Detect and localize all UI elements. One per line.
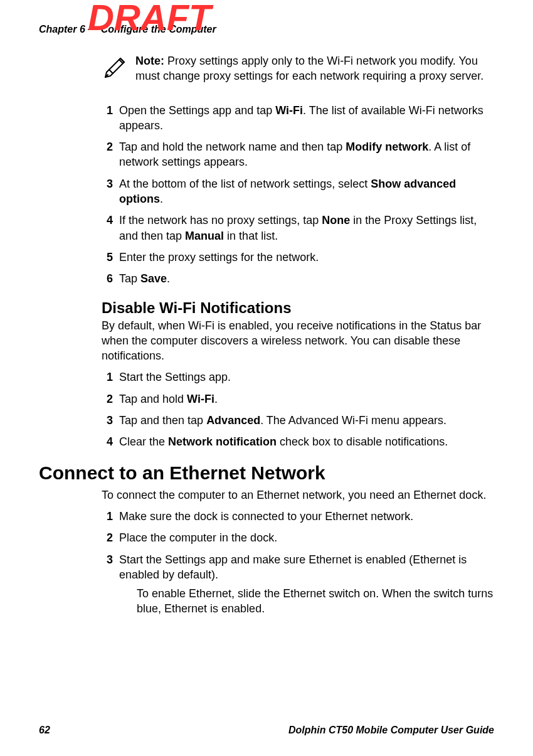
step-number: 3	[102, 413, 113, 428]
step-number: 1	[102, 103, 113, 134]
step-number: 2	[102, 139, 113, 170]
list-item: 2 Place the computer in the dock.	[102, 530, 494, 545]
note-body: Proxy settings apply only to the Wi-Fi n…	[135, 55, 483, 82]
wifi-notify-steps-list: 1 Start the Settings app. 2 Tap and hold…	[102, 370, 494, 449]
step-number: 4	[102, 434, 113, 449]
note-text: Note: Proxy settings apply only to the W…	[135, 53, 494, 84]
list-item: 6 Tap Save.	[102, 271, 494, 286]
step-number: 4	[102, 213, 113, 243]
note-block: Note: Proxy settings apply only to the W…	[102, 53, 494, 84]
list-item: 3 At the bottom of the list of network s…	[102, 176, 494, 207]
list-item: 2 Tap and hold Wi-Fi.	[102, 391, 494, 407]
list-item: 3 Start the Settings app and make sure E…	[102, 552, 494, 617]
note-label: Note:	[135, 55, 164, 67]
list-item: 1 Open the Settings app and tap Wi-Fi. T…	[102, 103, 494, 134]
step-number: 1	[102, 370, 113, 385]
list-item: 1 Start the Settings app.	[102, 370, 494, 385]
step-number: 3	[102, 176, 113, 207]
section-intro: By default, when Wi-Fi is enabled, you r…	[102, 318, 494, 364]
proxy-steps-list: 1 Open the Settings app and tap Wi-Fi. T…	[102, 103, 494, 287]
section-heading-disable-wifi: Disable Wi-Fi Notifications	[102, 299, 494, 317]
page: DRAFT Chapter 6 — Configure the Computer…	[0, 0, 533, 756]
step-number: 3	[102, 552, 113, 617]
list-item: 4 If the network has no proxy settings, …	[102, 213, 494, 243]
chapter-header: Chapter 6 — Configure the Computer	[39, 24, 494, 35]
section-heading-ethernet: Connect to an Ethernet Network	[39, 462, 494, 484]
section-intro: To connect the computer to an Ethernet n…	[102, 487, 494, 503]
content-area: Note: Proxy settings apply only to the W…	[39, 53, 494, 718]
ethernet-steps-list: 1 Make sure the dock is connected to you…	[102, 509, 494, 617]
step-number: 1	[102, 509, 113, 524]
list-item: 3 Tap and then tap Advanced. The Advance…	[102, 413, 494, 428]
step-number: 6	[102, 271, 113, 286]
list-item: 1 Make sure the dock is connected to you…	[102, 509, 494, 524]
pencil-icon	[102, 53, 127, 81]
list-item: 4 Clear the Network notification check b…	[102, 434, 494, 449]
step-number: 5	[102, 250, 113, 265]
substep-text: To enable Ethernet, slide the Ethernet s…	[137, 586, 494, 617]
step-number: 2	[102, 391, 113, 407]
step-number: 2	[102, 530, 113, 545]
page-footer: 62 Dolphin CT50 Mobile Computer User Gui…	[39, 725, 494, 736]
page-number: 62	[39, 725, 50, 736]
list-item: 2 Tap and hold the network name and then…	[102, 139, 494, 170]
list-item: 5 Enter the proxy settings for the netwo…	[102, 250, 494, 265]
guide-title: Dolphin CT50 Mobile Computer User Guide	[288, 725, 494, 736]
